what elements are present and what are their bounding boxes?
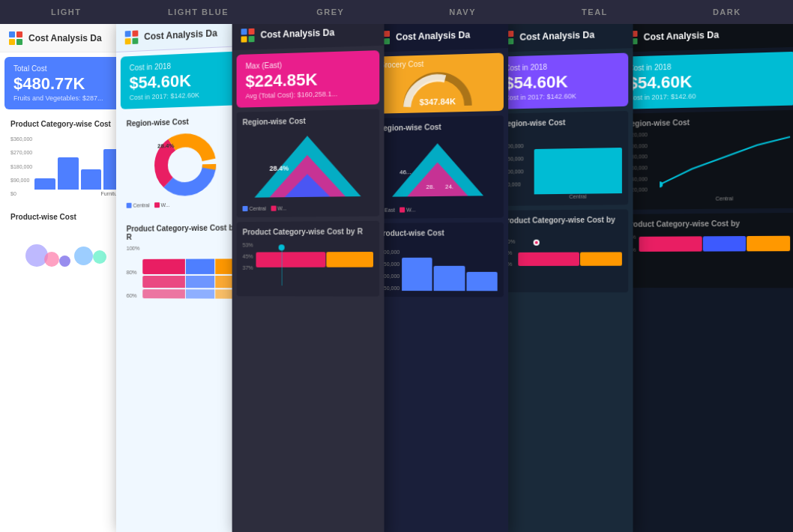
panel-6-kpi-value: $54.60K xyxy=(628,70,787,93)
panel-5-chart1-title: Region-wise Cost xyxy=(501,117,622,127)
panel-light: Cost Analysis Da Total Cost $480.77K Fru… xyxy=(0,24,135,532)
panel-1-chart1: Product Category-wise Cost $360,000 $270… xyxy=(4,114,130,202)
panel-3-title: Cost Analysis Da xyxy=(261,27,335,40)
panel-dark: Cost Analysis Da Cost in 2018 $54.60K Co… xyxy=(615,18,793,532)
panel-6-title: Cost Analysis Da xyxy=(644,29,720,42)
panel-3-chart1: Region-wise Cost 28.4% Central W... xyxy=(237,109,380,218)
panel-3-chart1-title: Region-wise Cost xyxy=(243,115,373,127)
panel-3-kpi-value: $224.85K xyxy=(246,69,370,91)
panel-5-title: Cost Analysis Da xyxy=(519,29,594,42)
panel-3-legend: Central W... xyxy=(243,205,373,211)
theme-label-lightblue: LIGHT BLUE xyxy=(132,7,264,16)
panel-1-chart1-title: Product Category-wise Cost xyxy=(10,120,124,128)
panel-grey: Cost Analysis Da Max (East) $224.85K Avg… xyxy=(232,16,385,532)
panel-5-kpi: Cost in 2018 $54.60K Cost in 2017: $142.… xyxy=(495,53,628,110)
panel-1-kpi-label: Total Cost xyxy=(13,64,121,73)
panel-2-chart1-title: Region-wise Cost xyxy=(127,116,244,128)
panel-3-chart2-title: Product Category-wise Cost by R xyxy=(243,227,373,236)
panel-1-kpi-value: $480.77K xyxy=(13,75,121,93)
theme-label-light: LIGHT xyxy=(0,7,132,16)
panels-container: Cost Analysis Da Total Cost $480.77K Fru… xyxy=(0,24,793,532)
panel-4-chart2: Product-wise Cost $300,000 $250,000 $200… xyxy=(372,223,504,297)
panel-2-legend: Central W... xyxy=(127,202,244,208)
panel-2-chart2: Product Category-wise Cost by R 100% 80%… xyxy=(121,217,250,305)
theme-label-dark: DARK xyxy=(661,7,793,16)
panel-4-chart2-title: Product-wise Cost xyxy=(378,229,498,238)
theme-label-grey: GREY xyxy=(265,7,396,16)
panel-2-title: Cost Analysis Da xyxy=(144,28,217,42)
panel-4-chart1-title: Region-wise Cost xyxy=(378,121,498,132)
panel-2-kpi-value: $54.60K xyxy=(130,70,241,93)
app-logo-3 xyxy=(241,28,255,43)
panel-2-chart2-title: Product Category-wise Cost by R xyxy=(127,223,244,241)
app-logo-1 xyxy=(9,31,22,45)
panel-1-kpi-sub: Fruits and Vegetables: $287... xyxy=(13,94,121,102)
panel-5-chart2: Product Category-wise Cost by R 100% 80%… xyxy=(495,210,628,293)
panel-1-header: Cost Analysis Da xyxy=(0,24,135,52)
panel-4-chart1: Region-wise Cost 46... 28. 24. East W... xyxy=(372,115,504,219)
panel-6-chart2-title: Product Category-wise Cost by xyxy=(625,219,790,229)
theme-label-navy: NAVY xyxy=(396,7,528,16)
panel-3-chart2: Product Category-wise Cost by R 53% 45% … xyxy=(237,221,380,297)
panel-2-chart1: Region-wise Cost 28.4% Central W... xyxy=(121,109,250,214)
panel-1-chart2: Product-wise Cost xyxy=(4,207,130,291)
panel-5-kpi-sub: Cost in 2017: $142.60K xyxy=(504,91,619,102)
panel-1-y-axis: $360,000 $270,000 $180,000 $90,000 $0 xyxy=(10,136,32,196)
panel-teal: Cost Analysis Da Cost in 2018 $54.60K Co… xyxy=(491,19,633,532)
theme-label-teal: TEAL xyxy=(528,7,660,16)
panel-1-chart2-title: Product-wise Cost xyxy=(10,213,124,221)
panel-6-chart1: Region-wise Cost $220,000 $200,000 $180,… xyxy=(619,110,793,210)
panel-navy: Cost Analysis Da Grocery Cost $347.84K R… xyxy=(367,19,508,532)
panel-4-title: Cost Analysis Da xyxy=(396,29,470,42)
svg-text:28.: 28. xyxy=(426,184,434,190)
panel-6-kpi: Cost in 2018 $54.60K Cost in 2017: $142.… xyxy=(619,52,793,109)
panel-1-kpi: Total Cost $480.77K Fruits and Vegetable… xyxy=(4,57,130,109)
panel-2-donut-pct: 28.4% xyxy=(157,142,175,150)
panel-4-kpi: Grocery Cost $347.84K xyxy=(372,53,504,114)
svg-text:28.4%: 28.4% xyxy=(270,164,289,172)
panel-5-kpi-label: Cost in 2018 xyxy=(504,61,619,72)
panel-5-chart1: Region-wise Cost $200,000 $150,000 $100,… xyxy=(495,111,628,206)
panel-3-kpi-sub: Avg (Total Cost): $160,258.1... xyxy=(246,89,370,100)
app-logo-2 xyxy=(125,30,139,44)
panel-4-header: Cost Analysis Da xyxy=(367,19,508,52)
panel-4-legend: East W... xyxy=(378,206,498,213)
svg-text:24.: 24. xyxy=(444,184,453,190)
panel-5-kpi-value: $54.60K xyxy=(504,71,619,92)
svg-point-3 xyxy=(171,151,198,178)
svg-text:$347.84K: $347.84K xyxy=(419,97,456,106)
panel-5-header: Cost Analysis Da xyxy=(491,19,633,52)
theme-labels-row: LIGHT LIGHT BLUE GREY NAVY TEAL DARK xyxy=(0,0,793,24)
panel-1-title: Cost Analysis Da xyxy=(28,33,102,43)
panel-3-kpi-label: Max (East) xyxy=(246,58,370,70)
panel-6-chart1-title: Region-wise Cost xyxy=(625,116,790,128)
panel-6-chart2: Product Category-wise Cost by 75% 60% xyxy=(619,213,793,288)
panel-2-kpi: Cost in 2018 $54.60K Cost in 2017: $142.… xyxy=(121,51,250,109)
svg-text:46...: 46... xyxy=(399,169,411,175)
panel-5-chart2-title: Product Category-wise Cost by R xyxy=(501,216,622,233)
panel-3-kpi: Max (East) $224.85K Avg (Total Cost): $1… xyxy=(237,50,380,108)
